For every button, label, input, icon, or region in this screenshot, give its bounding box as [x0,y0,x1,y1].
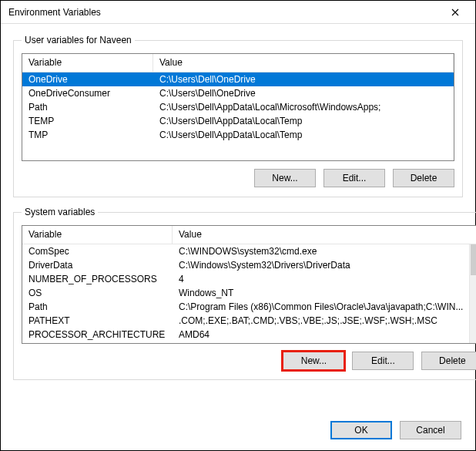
table-row[interactable]: TEMPC:\Users\Dell\AppData\Local\Temp [22,114,454,128]
header-scroll-spacer [469,226,476,244]
dialog-footer: OK Cancel [1,418,475,450]
cell-variable: DriverData [22,259,173,271]
cell-value: C:\Users\Dell\AppData\Local\Temp [153,129,454,141]
table-row[interactable]: ComSpecC:\WINDOWS\system32\cmd.exe [22,244,469,258]
cell-variable: PROCESSOR_ARCHITECTURE [22,328,173,341]
user-col-value[interactable]: Value [153,54,454,72]
user-delete-button[interactable]: Delete [393,169,454,187]
cell-variable: TMP [22,129,153,141]
cell-value: C:\Users\Dell\OneDrive [153,87,454,99]
cell-variable: PATHEXT [22,315,173,327]
table-row[interactable]: PathC:\Users\Dell\AppData\Local\Microsof… [22,100,454,114]
table-row[interactable]: OSWindows_NT [22,286,469,300]
table-row[interactable]: PathC:\Program Files (x86)\Common Files\… [22,300,469,314]
table-row[interactable]: OneDriveConsumerC:\Users\Dell\OneDrive [22,86,454,100]
titlebar: Environment Variables [1,1,475,24]
user-variables-list[interactable]: Variable Value OneDriveC:\Users\Dell\One… [22,53,454,161]
ok-button[interactable]: OK [330,421,392,439]
user-list-header: Variable Value [22,54,454,72]
cell-value: C:\Windows\System32\Drivers\DriverData [173,259,469,271]
cell-value: C:\WINDOWS\system32\cmd.exe [173,245,469,257]
cell-value: C:\Users\Dell\OneDrive [153,73,454,86]
cell-variable: OS [22,287,173,299]
cell-value: Windows_NT [173,287,469,299]
table-row[interactable]: OneDriveC:\Users\Dell\OneDrive [22,72,454,86]
cancel-button[interactable]: Cancel [400,421,461,439]
cell-variable: NUMBER_OF_PROCESSORS [22,273,173,285]
environment-variables-dialog: Environment Variables User variables for… [0,0,476,451]
system-delete-button[interactable]: Delete [421,352,476,370]
cell-value: C:\Program Files (x86)\Common Files\Orac… [173,301,469,313]
close-button[interactable] [440,2,471,22]
cell-variable: TEMP [22,115,153,127]
system-list-body: ComSpecC:\WINDOWS\system32\cmd.exeDriver… [22,244,469,342]
close-icon [451,8,459,16]
user-list-body: OneDriveC:\Users\Dell\OneDriveOneDriveCo… [22,72,454,142]
system-col-value[interactable]: Value [173,226,469,244]
cell-value: C:\Users\Dell\AppData\Local\Microsoft\Wi… [153,101,454,113]
user-new-button[interactable]: New... [254,169,316,187]
system-list-header: Variable Value [22,226,476,244]
system-variables-group: System variables Variable Value ComSpecC… [13,207,476,380]
cell-variable: ComSpec [22,245,173,257]
system-variables-list[interactable]: Variable Value ComSpecC:\WINDOWS\system3… [22,225,476,344]
cell-variable: Path [22,101,153,113]
cell-value: 4 [173,273,469,285]
cell-value: C:\Users\Dell\AppData\Local\Temp [153,115,454,127]
user-button-row: New... Edit... Delete [22,169,454,187]
system-new-button[interactable]: New... [283,352,344,370]
system-variables-legend: System variables [22,207,98,217]
system-col-variable[interactable]: Variable [22,226,173,244]
cell-value: AMD64 [173,328,469,341]
user-edit-button[interactable]: Edit... [323,169,385,187]
table-row[interactable]: PATHEXT.COM;.EXE;.BAT;.CMD;.VBS;.VBE;.JS… [22,314,469,328]
cell-variable: Path [22,301,173,313]
table-row[interactable]: PROCESSOR_ARCHITECTUREAMD64 [22,328,469,342]
system-button-row: New... Edit... Delete [22,352,476,370]
dialog-content: User variables for Naveen Variable Value… [1,24,475,418]
table-row[interactable]: DriverDataC:\Windows\System32\Drivers\Dr… [22,258,469,272]
scrollbar-thumb[interactable] [471,244,476,275]
user-variables-group: User variables for Naveen Variable Value… [13,35,463,197]
user-col-variable[interactable]: Variable [22,54,153,72]
window-title: Environment Variables [8,7,440,18]
cell-variable: OneDriveConsumer [22,87,153,99]
user-variables-legend: User variables for Naveen [22,35,135,45]
system-edit-button[interactable]: Edit... [352,352,414,370]
table-row[interactable]: TMPC:\Users\Dell\AppData\Local\Temp [22,128,454,142]
cell-variable: OneDrive [22,73,153,86]
system-scrollbar[interactable] [469,244,476,343]
table-row[interactable]: NUMBER_OF_PROCESSORS4 [22,272,469,286]
cell-value: .COM;.EXE;.BAT;.CMD;.VBS;.VBE;.JS;.JSE;.… [173,315,469,327]
